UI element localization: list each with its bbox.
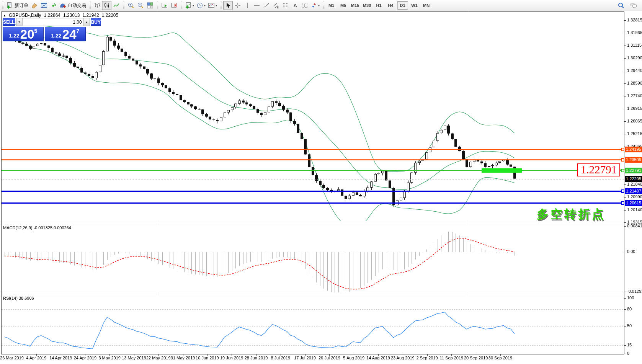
zoom-out-icon (137, 2, 144, 9)
indicators-button[interactable]: ▾ (184, 1, 195, 10)
toolbar-gripper (323, 2, 324, 9)
chart-type-group (87, 0, 121, 11)
buy-price-figure: 1.22 (51, 33, 62, 39)
new-chart-button[interactable] (39, 1, 49, 10)
timeframe-m15[interactable]: M15 (350, 1, 361, 10)
dropdown-arrow-icon: ▾ (216, 4, 217, 7)
vertical-line-icon (244, 2, 251, 9)
line-chart-button[interactable] (111, 1, 121, 10)
candlestick-chart-button[interactable] (102, 1, 111, 10)
cursor-icon (225, 2, 232, 9)
timeframe-m5[interactable]: M5 (338, 1, 349, 10)
autotrading-icon (59, 2, 66, 9)
dropdown-arrow-icon: ▾ (318, 4, 320, 7)
zoom-in-icon (127, 2, 134, 9)
clock-icon (196, 2, 203, 9)
templates-button[interactable]: ▾ (207, 1, 218, 10)
volume-stepper: ▼ ▲ (16, 18, 90, 26)
timeframe-w1[interactable]: W1 (409, 1, 420, 10)
template-icon (208, 2, 215, 9)
svg-text:F: F (286, 7, 288, 9)
sell-price-figure: 1.22 (9, 33, 20, 39)
channel-tool-button[interactable]: E (271, 1, 281, 10)
sell-button[interactable]: SELL (3, 18, 15, 26)
signal-icon (50, 2, 57, 9)
svg-text:A: A (293, 3, 297, 8)
search-icon (617, 2, 624, 9)
autotrading-button[interactable]: 自动交易 (58, 1, 87, 10)
trendline-tool-button[interactable] (261, 1, 271, 10)
horizontal-line-tool-button[interactable] (252, 1, 261, 10)
crosshair-icon (234, 2, 241, 9)
horizontal-line-icon (253, 2, 260, 9)
tile-windows-icon (147, 2, 154, 9)
pivot-price-callout[interactable]: 1.22791 (577, 163, 620, 176)
insert-group: ▾ ▾ ▾ (179, 0, 218, 11)
search-button[interactable] (616, 1, 626, 10)
cursor-button[interactable] (223, 1, 233, 10)
sell-price[interactable]: 1.22 20 5 (3, 27, 44, 41)
autotrading-label: 自动交易 (68, 2, 86, 9)
toolbar-gripper (181, 2, 182, 9)
new-order-button[interactable]: 新订单 (5, 1, 29, 10)
toolbar-gripper (90, 2, 91, 9)
tile-windows-button[interactable] (145, 1, 155, 10)
text-tool-button[interactable]: A (290, 1, 300, 10)
buy-price[interactable]: 1.22 24 7 (45, 27, 86, 41)
toolbar: 新订单 自动交易 (0, 0, 642, 11)
auto-scroll-button[interactable] (160, 1, 169, 10)
new-chart-icon (41, 2, 47, 9)
trendline-icon (263, 2, 270, 9)
signals-button[interactable] (49, 1, 58, 10)
equidistant-channel-icon: E (273, 2, 279, 9)
chart-canvas[interactable] (0, 0, 642, 364)
buy-price-pips: 24 (62, 29, 77, 40)
fibonacci-tool-button[interactable]: F (281, 1, 290, 10)
chart-annotation[interactable]: 多空转折点 (537, 206, 606, 222)
volume-decrease-button[interactable]: ▼ (16, 18, 23, 26)
vertical-line-tool-button[interactable] (242, 1, 252, 10)
buy-price-point: 7 (77, 28, 80, 34)
timeframe-d1[interactable]: D1 (397, 1, 408, 10)
volume-increase-button[interactable]: ▲ (83, 18, 90, 26)
chart-shift-icon (171, 2, 178, 9)
collapse-panel-arrow-icon[interactable]: ▲ (3, 14, 6, 17)
sell-price-point: 5 (34, 28, 38, 34)
timeframe-h4[interactable]: H4 (385, 1, 396, 10)
periods-button[interactable]: ▾ (195, 1, 207, 10)
toolbar-right-group (616, 1, 642, 10)
arrow-objects-icon (310, 2, 317, 9)
trade-group: 新订单 自动交易 (0, 0, 87, 11)
svg-text:T: T (304, 3, 306, 8)
timeframe-m30[interactable]: M30 (361, 1, 372, 10)
timeframe-mn[interactable]: MN (421, 1, 432, 10)
zoom-in-button[interactable] (126, 1, 136, 10)
timeframe-m1[interactable]: M1 (326, 1, 337, 10)
application-window: 新订单 自动交易 (0, 0, 642, 364)
bar-chart-button[interactable] (92, 1, 102, 10)
text-label-tool-button[interactable]: T (300, 1, 309, 10)
chat-button[interactable] (629, 1, 638, 10)
timeframe-h1[interactable]: H1 (373, 1, 384, 10)
bar-chart-icon (94, 2, 101, 9)
sell-price-pips: 20 (20, 29, 34, 40)
candlestick-chart-icon (103, 2, 110, 9)
eraser-button[interactable] (29, 1, 39, 10)
volume-input[interactable] (23, 18, 83, 26)
timeframes-group: M1M5M15M30H1H4D1W1MN (321, 0, 432, 11)
toolbar-gripper (123, 2, 124, 9)
new-order-label: 新订单 (15, 2, 28, 9)
zoom-out-button[interactable] (136, 1, 145, 10)
chart-shift-button[interactable] (169, 1, 179, 10)
scroll-group (155, 0, 179, 11)
auto-scroll-icon (161, 2, 168, 9)
drawing-tools-group: E F A T ▾ (218, 0, 321, 11)
arrows-tool-button[interactable]: ▾ (309, 1, 321, 10)
buy-button[interactable]: BUY (91, 18, 101, 26)
new-order-icon (6, 2, 13, 9)
text-label-icon: T (301, 2, 308, 9)
eraser-icon (31, 2, 38, 9)
svg-text:E: E (277, 6, 279, 9)
toolbar-gripper (2, 2, 3, 9)
crosshair-button[interactable] (233, 1, 242, 10)
